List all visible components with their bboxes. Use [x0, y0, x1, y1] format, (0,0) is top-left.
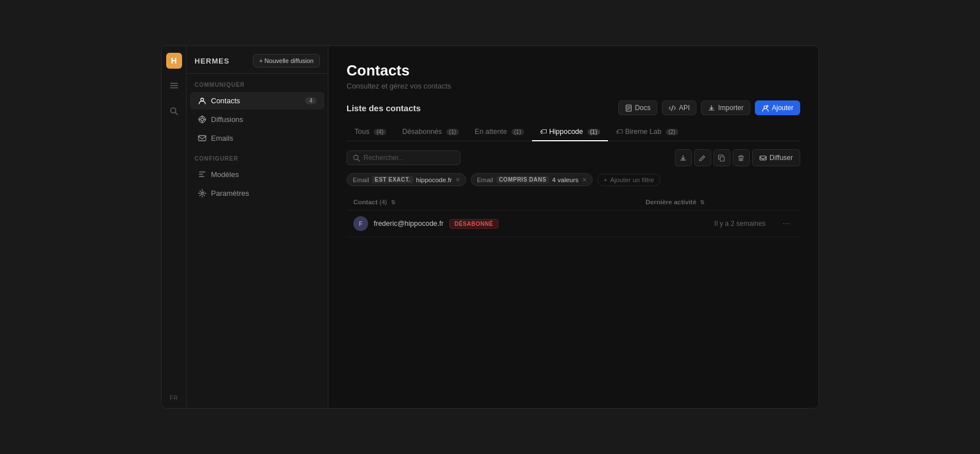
sidebar-modeles-label: Modèles — [211, 170, 239, 179]
contacts-tabs: Tous (4) Désabonnés (1) En attente (1) 🏷… — [347, 123, 800, 141]
api-button[interactable]: API — [662, 100, 696, 115]
configurer-section-label: CONFIGURER — [187, 148, 328, 165]
svg-rect-24 — [720, 157, 724, 161]
ajouter-icon — [762, 104, 769, 112]
col-contact-header[interactable]: Contact (4) ⇅ — [347, 194, 639, 211]
svg-point-5 — [201, 98, 204, 101]
api-icon — [669, 104, 676, 112]
delete-button[interactable] — [733, 149, 750, 166]
search-input-icon — [353, 154, 360, 162]
diffuser-icon — [759, 154, 767, 162]
parametres-icon — [198, 189, 206, 197]
add-filter-button[interactable]: + Ajouter un filtre — [597, 174, 660, 186]
toolbar-icons: Diffuser — [675, 149, 800, 166]
contact-cell: F frederic@hippocode.fr DÉSABONNÉ — [347, 211, 639, 237]
sidebar-item-emails[interactable]: Emails — [190, 129, 324, 147]
svg-rect-1 — [170, 85, 178, 86]
svg-line-23 — [358, 159, 360, 161]
sidebar-item-modeles[interactable]: Modèles — [190, 166, 324, 183]
col-actions-header — [772, 194, 800, 211]
section-title: Liste des contacts — [347, 103, 421, 113]
tab-bireme-lab[interactable]: 🏷 Bireme Lab (2) — [608, 123, 686, 141]
svg-line-4 — [175, 112, 178, 115]
main-content: Contacts Consultez et gérez vos contacts… — [328, 46, 818, 408]
sidebar-item-diffusions[interactable]: Diffusions — [190, 111, 324, 128]
contact-activity: Il y a 2 semaines — [639, 211, 772, 237]
diffusions-icon — [198, 115, 206, 124]
contact-avatar: F — [353, 216, 368, 231]
svg-rect-2 — [170, 87, 178, 89]
locale-label: FR — [170, 395, 178, 401]
filter-chip-email-dans-close[interactable]: × — [582, 176, 586, 183]
app-avatar[interactable]: H — [166, 53, 182, 69]
copy-button[interactable] — [713, 149, 730, 166]
sidebar-toggle-icon[interactable] — [166, 78, 182, 94]
ajouter-button[interactable]: Ajouter — [755, 100, 800, 115]
svg-rect-12 — [198, 136, 206, 141]
svg-line-18 — [671, 106, 673, 111]
section-header: Liste des contacts Docs — [347, 100, 800, 115]
tab-tous[interactable]: Tous (4) — [347, 123, 394, 141]
svg-rect-0 — [170, 83, 178, 84]
icon-bar: H FR — [162, 46, 187, 408]
filter-chip-email-exact-close[interactable]: × — [456, 176, 460, 183]
modeles-icon — [198, 170, 206, 179]
search-input[interactable] — [364, 154, 454, 162]
contact-email: frederic@hippocode.fr — [374, 220, 443, 228]
sidebar-diffusions-label: Diffusions — [211, 115, 243, 124]
search-box — [347, 150, 461, 165]
emails-icon — [198, 134, 206, 142]
tab-desabonnes[interactable]: Désabonnés (1) — [394, 123, 467, 141]
filter-chip-email-exact: Email EST EXACT. hippocode.fr × — [347, 173, 466, 186]
sidebar-parametres-label: Paramètres — [211, 189, 249, 197]
docs-icon — [625, 104, 632, 112]
search-icon[interactable] — [166, 103, 182, 119]
tab-hippocode[interactable]: 🏷 Hippocode (1) — [532, 123, 608, 141]
importer-icon — [708, 104, 715, 112]
row-menu-button[interactable]: ··· — [779, 217, 793, 230]
filter-toolbar-row: Diffuser — [347, 149, 800, 166]
sidebar-item-contacts[interactable]: Contacts 4 — [190, 92, 324, 110]
header-actions: Docs API Importer — [618, 100, 800, 115]
docs-button[interactable]: Docs — [618, 100, 657, 115]
communiquer-section-label: COMMUNIQUER — [187, 74, 328, 91]
svg-point-7 — [201, 118, 204, 121]
contacts-table: Contact (4) ⇅ Dernière activité ⇅ — [347, 194, 800, 237]
status-badge: DÉSABONNÉ — [449, 219, 498, 229]
sidebar-contacts-label: Contacts — [211, 96, 240, 105]
active-filters: Email EST EXACT. hippocode.fr × Email CO… — [347, 173, 800, 186]
sidebar-emails-label: Emails — [211, 134, 233, 142]
sidebar-brand: HERMES — [195, 57, 230, 65]
sidebar: HERMES + Nouvelle diffusion COMMUNIQUER … — [187, 46, 328, 408]
edit-button[interactable] — [694, 149, 711, 166]
download-button[interactable] — [675, 149, 692, 166]
new-broadcast-button[interactable]: + Nouvelle diffusion — [253, 54, 320, 68]
page-subtitle: Consultez et gérez vos contacts — [347, 82, 800, 90]
contacts-badge: 4 — [305, 97, 316, 104]
diffuser-button[interactable]: Diffuser — [752, 149, 800, 166]
sidebar-item-parametres[interactable]: Paramètres — [190, 184, 324, 202]
filter-chip-email-dans: Email COMPRIS DANS 4 valeurs × — [471, 173, 593, 186]
contacts-icon — [198, 96, 206, 105]
table-row: F frederic@hippocode.fr DÉSABONNÉ Il y a… — [347, 211, 800, 237]
col-activite-header[interactable]: Dernière activité ⇅ — [639, 194, 772, 211]
tab-en-attente[interactable]: En attente (1) — [467, 123, 532, 141]
importer-button[interactable]: Importer — [701, 100, 750, 115]
sidebar-header: HERMES + Nouvelle diffusion — [187, 46, 328, 74]
page-title: Contacts — [347, 62, 800, 79]
